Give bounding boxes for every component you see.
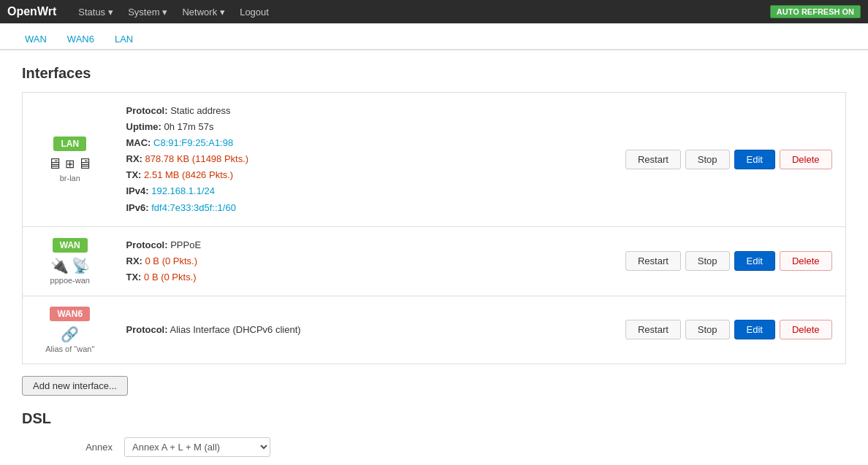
lan-restart-button[interactable]: Restart [625, 150, 681, 169]
wan-sub-label: pppoe-wan [50, 276, 90, 285]
add-interface-button[interactable]: Add new interface... [22, 376, 128, 396]
lan-rx-value: 878.78 KB (11498 Pkts.) [145, 153, 249, 164]
wan6-badge: WAN6 [50, 307, 90, 321]
lan-protocol-label: Protocol: [126, 105, 168, 116]
tab-lan[interactable]: LAN [104, 29, 143, 50]
tabs: WAN WAN6 LAN [0, 23, 868, 50]
wan-protocol-value: PPPoE [170, 239, 201, 250]
wan-tx-label: TX: [126, 272, 142, 283]
wan-rx-label: RX: [126, 255, 142, 266]
wan6-info-cell: Protocol: Alias Interface (DHCPv6 client… [118, 296, 612, 364]
lan-ipv4-value: 192.168.1.1/24 [151, 185, 215, 196]
lan-mac-label: MAC: [126, 137, 151, 148]
lan-stop-button[interactable]: Stop [685, 150, 730, 169]
lan-router-icon: ⊞ [65, 157, 75, 171]
wan-actions-cell: Restart Stop Edit Delete [612, 226, 846, 296]
wan6-protocol-value: Alias Interface (DHCPv6 client) [170, 324, 300, 335]
lan-icon-row: 🖥 ⊞ 🖥 [47, 155, 92, 172]
wan6-alias-icon: 🔗 [61, 326, 79, 343]
wan-protocol-label: Protocol: [126, 239, 168, 250]
wan-btn-group: Restart Stop Edit Delete [621, 251, 837, 271]
table-row: LAN 🖥 ⊞ 🖥 br-lan Protocol: Static addres… [23, 93, 846, 227]
lan-mac-value: C8:91:F9:25:A1:98 [153, 137, 233, 148]
lan-rx-label: RX: [126, 153, 142, 164]
wan6-restart-button[interactable]: Restart [625, 320, 681, 339]
table-row: WAN 🔌 📡 pppoe-wan Protocol: PPPoE RX: 0 … [23, 226, 846, 296]
lan-uptime-value: 0h 17m 57s [164, 121, 214, 132]
wan6-stop-button[interactable]: Stop [685, 320, 730, 339]
wan-edit-button[interactable]: Edit [734, 251, 775, 271]
lan-sub-label: br-lan [60, 174, 80, 182]
wan-plug-icon: 🔌 [50, 257, 69, 274]
wan-router-icon: 📡 [72, 257, 90, 274]
wan-stop-button[interactable]: Stop [685, 251, 730, 271]
wan-badge: WAN [53, 238, 88, 253]
wan6-icon-cell: WAN6 🔗 Alias of "wan" [23, 296, 118, 364]
annex-select[interactable]: Annex A + L + M (all) [124, 437, 270, 457]
wan-tx-value: 0 B (0 Pkts.) [144, 272, 197, 283]
wan6-actions-cell: Restart Stop Edit Delete [612, 296, 846, 364]
nav-network[interactable]: Network ▾ [175, 0, 232, 23]
lan-uptime-label: Uptime: [126, 121, 161, 132]
dsl-title: DSL [22, 410, 846, 427]
lan-network-icon: 🖥 [47, 155, 62, 172]
annex-row: Annex Annex A + L + M (all) [22, 437, 846, 457]
wan6-edit-button[interactable]: Edit [734, 320, 775, 339]
nav-logout[interactable]: Logout [232, 0, 276, 23]
lan-ipv6-value: fdf4:7e33:3d5f::1/60 [151, 202, 236, 213]
wan6-btn-group: Restart Stop Edit Delete [621, 320, 837, 339]
interfaces-title: Interfaces [22, 65, 846, 82]
wan-rx-value: 0 B (0 Pkts.) [145, 255, 198, 266]
wan-icon-cell: WAN 🔌 📡 pppoe-wan [23, 226, 118, 296]
lan-ipv4-label: IPv4: [126, 185, 149, 196]
main-content: Interfaces LAN 🖥 ⊞ 🖥 br-lan Protocol: St… [0, 50, 868, 465]
lan-protocol-value: Static address [170, 105, 230, 116]
lan-icon-cell: LAN 🖥 ⊞ 🖥 br-lan [23, 93, 118, 227]
lan-pc-icon: 🖥 [77, 155, 92, 172]
annex-label: Annex [37, 442, 124, 453]
wan-delete-button[interactable]: Delete [780, 251, 832, 271]
lan-tx-label: TX: [126, 169, 142, 180]
lan-ipv6-label: IPv6: [126, 202, 149, 213]
wan6-protocol-label: Protocol: [126, 324, 168, 335]
wan-icon-row: 🔌 📡 [50, 257, 90, 274]
lan-info-cell: Protocol: Static address Uptime: 0h 17m … [118, 93, 612, 227]
lan-delete-button[interactable]: Delete [780, 150, 832, 169]
lan-edit-button[interactable]: Edit [734, 150, 775, 169]
navbar: OpenWrt Status ▾ System ▾ Network ▾ Logo… [0, 0, 868, 23]
tab-wan[interactable]: WAN [15, 29, 57, 50]
wan-info-cell: Protocol: PPPoE RX: 0 B (0 Pkts.) TX: 0 … [118, 226, 612, 296]
lan-actions-cell: Restart Stop Edit Delete [612, 93, 846, 227]
tab-wan6[interactable]: WAN6 [57, 29, 104, 50]
lan-btn-group: Restart Stop Edit Delete [621, 150, 837, 169]
interfaces-table: LAN 🖥 ⊞ 🖥 br-lan Protocol: Static addres… [22, 92, 846, 364]
nav-system[interactable]: System ▾ [121, 0, 175, 23]
wan6-delete-button[interactable]: Delete [780, 320, 832, 339]
wan-restart-button[interactable]: Restart [625, 251, 681, 271]
table-row: WAN6 🔗 Alias of "wan" Protocol: Alias In… [23, 296, 846, 364]
wan6-icon-row: 🔗 [61, 326, 79, 343]
lan-badge: LAN [53, 137, 86, 151]
wan6-sub-label: Alias of "wan" [45, 345, 94, 353]
auto-refresh-badge[interactable]: AUTO REFRESH ON [770, 5, 861, 18]
nav-status[interactable]: Status ▾ [71, 0, 121, 23]
lan-tx-value: 2.51 MB (8426 Pkts.) [144, 169, 233, 180]
navbar-brand: OpenWrt [7, 5, 56, 18]
